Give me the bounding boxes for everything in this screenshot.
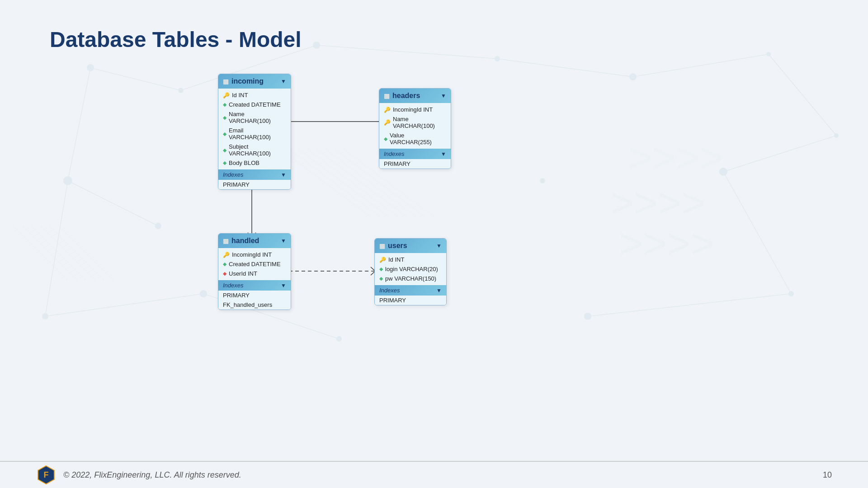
svg-point-12 (42, 313, 48, 319)
table-incoming: ▦ incoming ▼ 🔑 Id INT ◆ Created DATETIME… (218, 74, 291, 190)
table-handled-fields: 🔑 IncomingId INT ◆ Created DATETIME ◆ Us… (218, 248, 291, 280)
svg-point-7 (155, 223, 161, 229)
svg-point-3 (495, 56, 500, 61)
table-icon: ▦ (223, 237, 229, 244)
svg-line-26 (45, 181, 68, 316)
table-users-fields: 🔑 Id INT ◆ login VARCHAR(20) ◆ pw VARCHA… (375, 253, 446, 285)
svg-line-34 (14, 226, 68, 280)
svg-line-23 (68, 181, 158, 226)
index-primary: PRIMARY (379, 159, 451, 169)
index-primary: PRIMARY (218, 291, 291, 300)
field-id: 🔑 Id INT (375, 255, 446, 264)
svg-line-21 (633, 54, 769, 77)
table-headers-header: ▦ headers ▼ (379, 89, 451, 103)
svg-line-17 (90, 68, 181, 90)
table-icon: ▦ (223, 78, 229, 85)
page-title: Database Tables - Model (50, 27, 302, 52)
table-headers: ▦ headers ▼ 🔑 IncomingId INT 🔑 Name VARC… (379, 88, 451, 169)
header-dropdown-icon[interactable]: ▼ (436, 243, 442, 249)
table-icon: ▦ (384, 92, 390, 99)
indexes-dropdown-icon[interactable]: ▼ (281, 172, 286, 178)
field-login: ◆ login VARCHAR(20) (375, 264, 446, 274)
footer-page-number: 10 (823, 470, 832, 480)
diamond-icon: ◆ (223, 261, 226, 267)
field-body: ◆ Body BLOB (218, 158, 291, 168)
diamond-icon: ◆ (223, 147, 226, 153)
svg-line-30 (588, 294, 791, 316)
diamond-icon: ◆ (223, 115, 226, 121)
footer: F © 2022, FlixEngineering, LLC. All righ… (0, 461, 868, 488)
key-icon: 🔑 (384, 107, 391, 113)
svg-line-19 (316, 45, 497, 59)
table-headers-fields: 🔑 IncomingId INT 🔑 Name VARCHAR(100) ◆ V… (379, 103, 451, 149)
table-icon: ▦ (379, 242, 385, 249)
indexes-dropdown-icon[interactable]: ▼ (436, 287, 442, 294)
index-fk: FK_handled_users (218, 300, 291, 310)
key-icon: 🔑 (223, 92, 230, 99)
index-primary: PRIMARY (375, 296, 446, 305)
svg-line-35 (23, 226, 77, 280)
table-incoming-fields: 🔑 Id INT ◆ Created DATETIME ◆ Name VARCH… (218, 89, 291, 169)
indexes-label: Indexes (384, 150, 405, 157)
field-name: ◆ Name VARCHAR(100) (218, 109, 291, 126)
svg-point-0 (87, 64, 94, 71)
table-users-name: users (388, 242, 407, 250)
field-email: ◆ Email VARCHAR(100) (218, 126, 291, 142)
svg-line-41 (289, 149, 380, 217)
diamond-icon: ◆ (223, 131, 226, 137)
diamond-icon: ◆ (384, 136, 387, 142)
index-primary: PRIMARY (218, 180, 291, 189)
svg-point-14 (336, 336, 342, 342)
indexes-dropdown-icon[interactable]: ▼ (441, 151, 446, 157)
svg-line-36 (32, 226, 86, 280)
svg-point-4 (629, 73, 637, 80)
header-dropdown-icon[interactable]: ▼ (281, 78, 286, 84)
svg-line-24 (769, 54, 836, 136)
svg-line-38 (50, 226, 104, 280)
table-handled-header: ▦ handled ▼ (218, 234, 291, 248)
indexes-dropdown-icon[interactable]: ▼ (281, 282, 286, 289)
svg-line-40 (280, 149, 371, 217)
svg-point-16 (788, 291, 794, 296)
svg-line-39 (59, 226, 113, 280)
key-icon: 🔑 (223, 252, 230, 258)
svg-point-5 (766, 52, 771, 56)
table-headers-name: headers (392, 92, 420, 100)
field-incomingid: 🔑 IncomingId INT (379, 105, 451, 114)
indexes-label: Indexes (379, 287, 400, 294)
footer-copyright: © 2022, FlixEngineering, LLC. All rights… (63, 470, 823, 480)
header-dropdown-icon[interactable]: ▼ (441, 93, 446, 99)
svg-point-9 (540, 178, 545, 183)
key-icon: 🔑 (384, 119, 391, 126)
table-handled-indexes-header: Indexes ▼ (218, 280, 291, 291)
field-name: 🔑 Name VARCHAR(100) (379, 114, 451, 131)
svg-point-2 (313, 42, 320, 49)
field-userid: ◆ UserId INT (218, 269, 291, 278)
field-pw: ◆ pw VARCHAR(150) (375, 274, 446, 283)
svg-line-22 (68, 68, 90, 181)
svg-text:F: F (44, 470, 49, 479)
table-incoming-indexes-header: Indexes ▼ (218, 169, 291, 180)
table-users-indexes-header: Indexes ▼ (375, 285, 446, 296)
diamond-orange-icon: ◆ (223, 271, 226, 277)
svg-point-15 (584, 313, 591, 320)
table-handled: ▦ handled ▼ 🔑 IncomingId INT ◆ Created D… (218, 233, 291, 310)
svg-line-25 (723, 136, 836, 172)
table-incoming-name: incoming (231, 77, 264, 85)
table-headers-indexes-header: Indexes ▼ (379, 149, 451, 159)
field-id: 🔑 Id INT (218, 90, 291, 100)
svg-line-37 (41, 226, 95, 280)
diamond-icon: ◆ (223, 160, 226, 166)
field-value: ◆ Value VARCHAR(255) (379, 131, 451, 147)
table-users: ▦ users ▼ 🔑 Id INT ◆ login VARCHAR(20) ◆… (374, 238, 447, 305)
table-handled-name: handled (231, 237, 259, 245)
diamond-icon: ◆ (223, 102, 226, 108)
diamond-icon: ◆ (379, 266, 383, 272)
svg-text:>>>>: >>>> (628, 135, 723, 180)
table-incoming-header: ▦ incoming ▼ (218, 74, 291, 89)
svg-point-10 (719, 168, 727, 176)
svg-point-1 (178, 88, 184, 93)
header-dropdown-icon[interactable]: ▼ (281, 238, 286, 244)
field-created: ◆ Created DATETIME (218, 259, 291, 269)
svg-line-29 (723, 172, 791, 294)
